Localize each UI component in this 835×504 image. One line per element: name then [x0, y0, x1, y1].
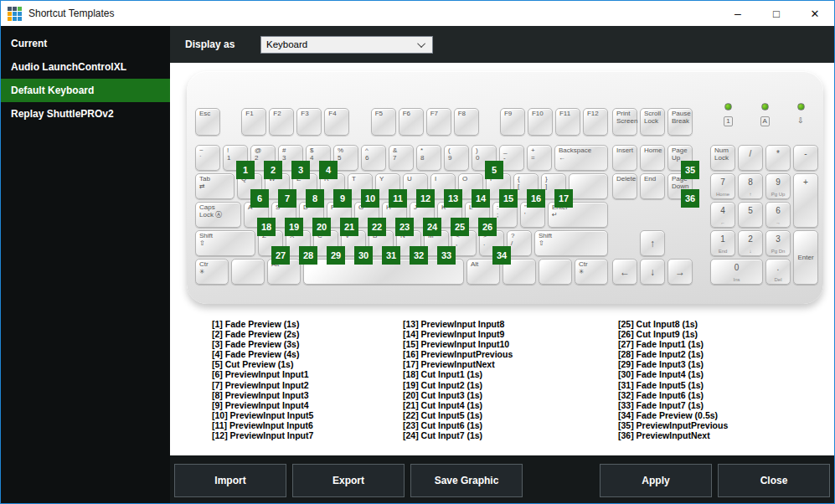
key-f7: F7: [426, 108, 451, 136]
topbar: Display as Keyboard: [170, 26, 834, 63]
key-np-3: 3Pg Dn: [765, 230, 791, 256]
key-sublabel: Pg Dn: [766, 249, 790, 254]
key-insert: Insert: [612, 145, 637, 171]
key-label: F2: [273, 111, 281, 118]
key-page-up: PageUp35: [667, 145, 693, 171]
key-label: F7: [430, 111, 438, 118]
key-f6: F6: [399, 108, 424, 136]
shortcut-badge-19: 19: [285, 218, 303, 236]
key-shift-right: Shift⇧: [534, 230, 608, 256]
key-label: F6: [403, 111, 410, 118]
system-key-cluster: PrintScreenScrollLockPauseBreak: [612, 108, 693, 136]
key-gap: [482, 108, 497, 136]
app-icon-square: [8, 17, 12, 21]
led-dot: [761, 103, 769, 111]
key-label: .: [766, 263, 790, 272]
key-sublabel: ↓: [739, 249, 762, 254]
legend-item: [12] PreviewInput Input7: [212, 430, 313, 440]
key-label: Ctr✳: [199, 261, 209, 275]
sidebar-item-audio-launchcontrolxl[interactable]: Audio LaunchControlXL: [1, 55, 170, 79]
key-f12: F12: [583, 108, 608, 136]
key-f2: F2: [269, 108, 294, 136]
import-button[interactable]: Import: [174, 464, 286, 497]
window-title: Shortcut Templates: [28, 8, 719, 19]
key-label: F3: [301, 111, 308, 118]
legend-item: [25] Cut Input8 (1s): [618, 319, 728, 329]
key-label: CapsLock Ⓐ: [199, 204, 222, 219]
legend-item: [16] PreviewInputPrevious: [403, 349, 513, 359]
minimize-icon[interactable]: –: [719, 1, 757, 26]
key-backspace: Backspace←: [554, 145, 608, 171]
legend-item: [31] Fade Input5 (1s): [618, 380, 728, 390]
shortcut-badge-10: 10: [361, 189, 379, 208]
key-label: ?/: [511, 233, 514, 247]
shortcut-badge-32: 32: [410, 246, 428, 265]
shortcut-badge-28: 28: [299, 246, 317, 265]
apply-button[interactable]: Apply: [600, 464, 712, 497]
key-sublabel: →: [766, 220, 790, 225]
shortcut-badge-13: 13: [444, 189, 462, 208]
key-label: PrintScreen: [616, 111, 637, 125]
key-label: 3: [766, 234, 790, 244]
key-7: &7: [389, 145, 414, 171]
maximize-icon[interactable]: □: [757, 1, 796, 26]
key-equals: +=: [527, 145, 552, 171]
key-label: Enter: [794, 254, 817, 261]
key-label: →: [668, 265, 692, 277]
key-label: F9: [504, 111, 512, 118]
key-label: @2: [255, 147, 261, 162]
close-button[interactable]: Close: [718, 464, 830, 497]
legend-item: [21] Cut Input4 (1s): [403, 400, 513, 410]
save-graphic-button[interactable]: Save Graphic: [410, 464, 523, 497]
key-pause-break: PauseBreak: [667, 108, 693, 136]
key-label: ^6: [365, 147, 369, 162]
key-label: Tab⇄: [199, 176, 210, 190]
key-f3: F3: [296, 108, 322, 136]
key-label: Shift⇧: [199, 233, 213, 247]
caps-lock-led: A: [760, 103, 770, 126]
shortcut-badge-4: 4: [319, 161, 338, 179]
key-np-7: 7Home: [710, 173, 735, 199]
key-sublabel: Ins: [711, 277, 762, 282]
key-label: %5: [338, 147, 343, 162]
app-icon: [8, 7, 22, 21]
key-np-9: 9Pg Up: [765, 173, 791, 199]
led-dot: [797, 103, 805, 111]
key-label: Esc: [199, 111, 210, 118]
legend-item: [6] PreviewInput Input1: [212, 369, 313, 379]
key-f8: F8: [454, 108, 479, 136]
close-icon[interactable]: ✕: [796, 1, 834, 26]
shortcut-badge-14: 14: [472, 189, 490, 208]
key-label: T: [352, 176, 356, 183]
key-label: !1: [227, 147, 230, 162]
legend-item: [2] Fade Preview (2s): [212, 329, 313, 339]
key-label: -: [794, 149, 817, 158]
key-f11: F11: [555, 108, 580, 136]
sidebar-item-replay-shuttleprov2[interactable]: Replay ShuttlePROv2: [1, 102, 170, 126]
key-label: 5: [739, 206, 762, 215]
key-label: F4: [328, 111, 336, 118]
sidebar-item-current[interactable]: Current: [1, 32, 170, 55]
shortcut-badge-6: 6: [250, 189, 269, 208]
key-label: U: [407, 176, 412, 183]
shortcut-badge-21: 21: [340, 218, 358, 236]
legend-item: [19] Cut Input2 (1s): [403, 380, 513, 390]
shortcut-badge-12: 12: [416, 189, 435, 208]
key-win-left: [231, 259, 265, 285]
export-button[interactable]: Export: [292, 464, 405, 497]
key-caps-lock: CapsLock Ⓐ: [195, 202, 241, 228]
shortcut-badge-26: 26: [478, 218, 497, 236]
key-label: 9: [766, 177, 790, 187]
key-label: Home: [644, 147, 662, 155]
key-np-6: 6→: [765, 202, 791, 228]
led-symbol: A: [760, 116, 770, 126]
legend-item: [11] PreviewInput Input6: [212, 420, 313, 430]
key-sublabel: Pg Up: [766, 192, 790, 197]
sidebar-item-default-keyboard[interactable]: Default Keyboard: [1, 79, 170, 102]
key-sublabel: End: [711, 249, 734, 254]
key-label: 7: [711, 177, 734, 187]
shortcut-badge-33: 33: [437, 246, 456, 265]
key-np-enter: Enter: [793, 230, 818, 285]
display-as-dropdown[interactable]: Keyboard: [260, 36, 433, 54]
key-arrow-left: ←: [612, 259, 637, 285]
